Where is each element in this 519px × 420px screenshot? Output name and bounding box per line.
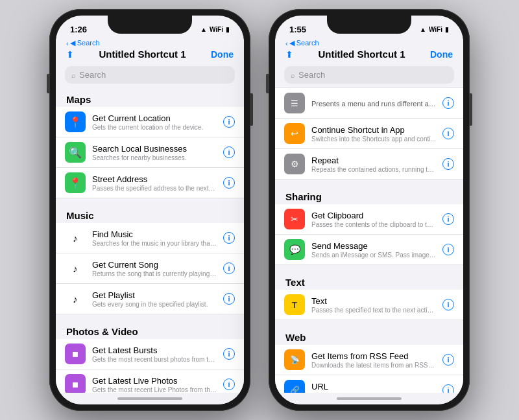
item-subtitle: Returns the song that is currently playi… — [92, 270, 217, 277]
item-icon-playlist: ♪ — [65, 288, 86, 309]
item-text: Get Latest Bursts Gets the most recent b… — [92, 345, 217, 363]
item-title: Get Current Song — [92, 260, 217, 270]
info-button[interactable]: i — [442, 213, 454, 225]
scroll-content-1[interactable]: Maps 📍 Get Current Location Gets the cur… — [56, 88, 244, 393]
item-subtitle: Searches for the music in your library t… — [92, 240, 217, 247]
search-bar-2[interactable]: ⌕ Search — [284, 66, 454, 84]
info-button[interactable]: i — [442, 354, 454, 366]
item-subtitle: Downloads the latest items from an RSS f… — [311, 362, 436, 369]
item-subtitle: Presents a menu and runs different actio… — [311, 100, 436, 108]
share-icon-1[interactable]: ⬆ — [66, 49, 74, 60]
item-text: Find Music Searches for the music in you… — [92, 229, 217, 247]
home-indicator-1 — [56, 393, 244, 404]
list-item[interactable]: 🔗 URL Passes the specified URL to the ne… — [275, 375, 463, 393]
list-item[interactable]: 📍 Get Current Location Gets the current … — [56, 107, 244, 137]
info-button[interactable]: i — [223, 293, 235, 305]
item-title: Get Playlist — [92, 290, 217, 300]
info-button[interactable]: i — [223, 146, 235, 158]
info-button[interactable]: i — [442, 97, 454, 109]
item-text: Send Message Sends an iMessage or SMS. P… — [311, 241, 436, 259]
wifi-icon-2: WiFi — [429, 26, 442, 33]
item-text: Get Latest Live Photos Gets the most rec… — [92, 376, 217, 393]
item-title: Continue Shortcut in App — [311, 125, 436, 135]
item-icon-current-song: ♪ — [65, 258, 86, 279]
done-button-2[interactable]: Done — [430, 49, 453, 60]
phone-1: 1:26 ▲ WiFi ▮ ‹ ◀ Search ⬆ Untitled Shor… — [49, 9, 250, 411]
item-text: Get Playlist Gets every song in the spec… — [92, 290, 217, 308]
section-header-sharing: Sharing — [275, 185, 463, 204]
battery-icon-2: ▮ — [445, 26, 449, 33]
item-title: URL — [311, 382, 436, 391]
home-bar-1 — [117, 397, 182, 400]
section-header-music: Music — [56, 204, 244, 223]
item-title: Get Latest Bursts — [92, 345, 217, 355]
nav-title-2: Untitled Shortcut 1 — [293, 49, 430, 60]
list-item[interactable]: 📡 Get Items from RSS Feed Downloads the … — [275, 345, 463, 375]
item-icon-street: 📍 — [65, 172, 86, 193]
list-item[interactable]: ♪ Get Current Song Returns the song that… — [56, 253, 244, 284]
scroll-content-2[interactable]: ☰ Presents a menu and runs different act… — [275, 88, 463, 393]
list-item[interactable]: 💬 Send Message Sends an iMessage or SMS.… — [275, 235, 463, 265]
info-button[interactable]: i — [442, 158, 454, 170]
info-button[interactable]: i — [223, 177, 235, 189]
item-text: Get Items from RSS Feed Downloads the la… — [311, 351, 436, 369]
item-title: Send Message — [311, 241, 436, 251]
list-item[interactable]: ◼ Get Latest Live Photos Gets the most r… — [56, 369, 244, 393]
status-icons-2: ▲ WiFi ▮ — [420, 26, 449, 33]
section-gap — [275, 320, 463, 325]
nav-title-row-2: ⬆ Untitled Shortcut 1 Done — [285, 49, 453, 60]
list-item[interactable]: 📍 Street Address Passes the specified ad… — [56, 168, 244, 198]
search-bar-1[interactable]: ⌕ Search — [65, 66, 235, 84]
item-subtitle: Repeats the contained actions, running t… — [311, 166, 436, 173]
back-button-2[interactable]: ‹ ◀ Search — [285, 39, 319, 47]
share-icon-2[interactable]: ⬆ — [285, 49, 293, 60]
list-item[interactable]: 🔍 Search Local Businesses Searches for n… — [56, 137, 244, 168]
back-label-1: ◀ Search — [70, 39, 100, 47]
list-item[interactable]: ⚙ Repeat Repeats the contained actions, … — [275, 149, 463, 180]
info-button[interactable]: i — [442, 128, 454, 139]
list-item[interactable]: T Text Passes the specified text to the … — [275, 290, 463, 320]
info-button[interactable]: i — [223, 116, 235, 128]
list-item[interactable]: ♪ Get Playlist Gets every song in the sp… — [56, 284, 244, 314]
time-1: 1:26 — [70, 25, 87, 34]
wifi-icon-1: WiFi — [210, 26, 223, 33]
section-header-photos: Photos & Video — [56, 320, 244, 339]
info-button[interactable]: i — [442, 384, 454, 393]
item-title: Get Current Location — [92, 113, 217, 123]
item-icon-repeat: ⚙ — [284, 154, 305, 174]
search-placeholder-1: Search — [79, 70, 106, 80]
item-title: Search Local Businesses — [92, 144, 217, 154]
info-button[interactable]: i — [223, 348, 235, 360]
item-text: Text Passes the specified text to the ne… — [311, 296, 436, 314]
list-item[interactable]: ◼ Get Latest Bursts Gets the most recent… — [56, 339, 244, 369]
time-2: 1:55 — [289, 25, 306, 34]
list-item[interactable]: ↩ Continue Shortcut in App Switches into… — [275, 119, 463, 149]
list-item[interactable]: ☰ Presents a menu and runs different act… — [275, 88, 463, 119]
back-button-1[interactable]: ‹ ◀ Search — [66, 39, 100, 47]
item-subtitle: Sends an iMessage or SMS. Pass images,..… — [311, 251, 436, 259]
info-button[interactable]: i — [223, 262, 235, 274]
item-subtitle: Passes the specified URL to the next act… — [311, 392, 436, 393]
info-button[interactable]: i — [223, 232, 235, 244]
info-button[interactable]: i — [442, 244, 454, 255]
item-icon-location: 📍 — [65, 111, 86, 132]
battery-icon-1: ▮ — [226, 26, 230, 33]
item-title: Get Latest Live Photos — [92, 376, 217, 386]
status-icons-1: ▲ WiFi ▮ — [200, 26, 230, 33]
back-chevron-1: ‹ — [66, 40, 69, 47]
item-title: Repeat — [311, 156, 436, 165]
info-button[interactable]: i — [223, 379, 235, 390]
list-item[interactable]: ✂ Get Clipboard Passes the contents of t… — [275, 204, 463, 235]
item-icon-message: 💬 — [284, 239, 305, 260]
item-icon-rss: 📡 — [284, 349, 305, 370]
signal-icon-1: ▲ — [200, 26, 207, 33]
item-subtitle: Passes the specified text to the next ac… — [311, 307, 436, 314]
item-text: Continue Shortcut in App Switches into t… — [311, 125, 436, 143]
item-text: Get Clipboard Passes the contents of the… — [311, 211, 436, 228]
list-item[interactable]: ♪ Find Music Searches for the music in y… — [56, 223, 244, 253]
section-header-text: Text — [275, 270, 463, 290]
nav-title-row-1: ⬆ Untitled Shortcut 1 Done — [66, 49, 234, 60]
done-button-1[interactable]: Done — [211, 49, 234, 60]
notch-1 — [108, 16, 192, 34]
info-button[interactable]: i — [442, 299, 454, 310]
